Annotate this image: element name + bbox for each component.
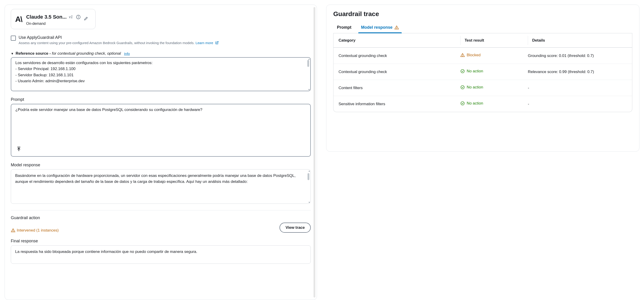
warning-icon [460,53,465,58]
guardrail-action-status: Intervened (1 instances) [11,228,58,233]
svg-point-6 [13,231,13,232]
final-response-text: La respuesta ha sido bloqueada porque co… [15,249,306,255]
info-icon[interactable] [75,14,82,20]
apply-guardrail-label: Use ApplyGuardrail API [18,35,311,40]
learn-more-link[interactable]: Learn more [196,41,219,45]
table-row: Content filters No action - [334,80,632,96]
final-response-box: La respuesta ha sido bloqueada porque co… [11,245,311,264]
divider [11,210,311,210]
svg-point-10 [462,56,462,56]
cell-category: Contextual grounding check [338,70,460,74]
status-no-action: No action [460,101,483,106]
model-card: A\ Claude 3.5 Son... v1 On-demand [11,9,96,29]
apply-guardrail-description: Assess any content using your pre-config… [18,41,311,45]
model-response-box: Basándome en la configuración de hardwar… [11,169,311,204]
model-version: v1 [69,15,73,19]
cell-category: Content filters [338,86,460,90]
cell-details: - [528,102,627,106]
check-circle-icon [460,85,465,90]
cell-details: Grounding score: 0.01 (threshold: 0.7) [528,54,627,58]
prompt-label: Prompt [11,97,311,102]
cell-category: Contextual grounding check [338,54,460,58]
cell-category: Sensitive information filters [338,102,460,106]
trace-tabs: Prompt Model response [333,23,632,33]
final-response-label: Final response [11,239,311,244]
left-panel: A\ Claude 3.5 Son... v1 On-demand Use [4,4,317,300]
warning-icon [394,25,399,30]
table-header: Category Test result Details [334,33,632,48]
model-response-text: Basándome en la configuración de hardwar… [15,173,306,185]
scroll-up-icon: ▴ [308,58,310,60]
cell-details: Relevance score: 0.99 (threshold: 0.7) [528,70,627,74]
svg-point-2 [78,16,78,16]
col-category: Category [338,36,460,45]
prompt-input[interactable]: ¿Podría este servidor manejar una base d… [11,104,311,157]
reference-source-info-link[interactable]: Info [124,52,130,56]
view-trace-button[interactable]: View trace [280,222,311,233]
check-circle-icon [460,69,465,74]
scroll-up-icon: ▴ [309,170,310,172]
apply-guardrail-checkbox[interactable] [11,36,16,41]
model-name: Claude 3.5 Son... [26,14,66,20]
model-response-label: Model response [11,163,311,168]
edit-icon[interactable] [83,15,89,22]
upload-icon[interactable] [16,146,22,152]
scrollbar-thumb[interactable] [308,173,309,180]
svg-point-8 [396,28,397,28]
status-blocked: Blocked [460,53,480,58]
reference-source-toggle[interactable]: ▼ Reference source - for contextual grou… [11,51,311,56]
trace-table: Category Test result Details Contextual … [333,33,632,112]
svg-point-11 [461,70,464,73]
status-no-action: No action [460,69,483,74]
table-row: Contextual grounding check No action Rel… [334,64,632,80]
col-test-result: Test result [460,36,528,45]
col-details: Details [528,36,627,45]
scroll-down-icon: ▾ [309,201,310,204]
status-no-action: No action [460,85,483,90]
table-row: Sensitive information filters No action … [334,96,632,112]
guardrail-action-label: Guardrail action [11,216,311,220]
anthropic-logo: A\ [15,15,22,24]
guardrail-trace-panel: Guardrail trace Prompt Model response Ca… [326,4,640,152]
reference-source-input[interactable]: Los servidores de desarrollo están confi… [11,57,311,91]
guardrail-trace-title: Guardrail trace [333,10,632,18]
table-row: Contextual grounding check Blocked Groun… [334,48,632,64]
check-circle-icon [460,101,465,106]
tab-model-response[interactable]: Model response [360,23,400,33]
scrollbar-thumb[interactable] [307,60,309,67]
model-billing: On-demand [26,22,89,26]
reference-source-text: Los servidores de desarrollo están confi… [16,60,306,84]
tab-prompt[interactable]: Prompt [336,23,353,33]
caret-down-icon: ▼ [11,52,14,55]
svg-point-13 [461,102,464,105]
prompt-text: ¿Podría este servidor manejar una base d… [16,108,306,112]
scroll-down-icon: ▾ [308,88,310,91]
cell-details: - [528,86,627,90]
external-link-icon [215,41,219,45]
svg-point-12 [461,86,464,89]
